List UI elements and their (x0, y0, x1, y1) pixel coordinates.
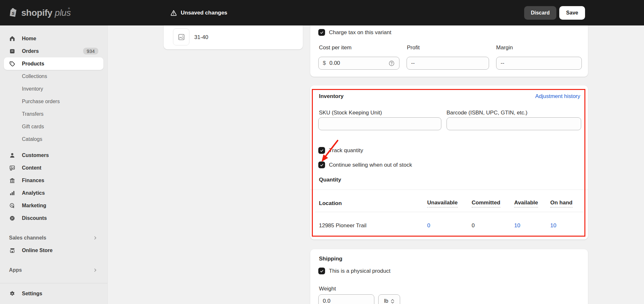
products-icon (9, 61, 15, 67)
sidebar-item-label: Analytics (22, 190, 45, 196)
sidebar-item-label: Collections (22, 74, 47, 79)
orders-count-badge: 934 (83, 48, 98, 54)
margin-input[interactable]: -- (496, 57, 582, 70)
available-value-link[interactable]: 10 (514, 222, 550, 229)
column-header-available[interactable]: Available (514, 200, 550, 208)
sidebar-item-finances[interactable]: Finances (4, 174, 103, 187)
sidebar-item-label: Inventory (22, 86, 43, 92)
sidebar-item-label: Marketing (22, 203, 46, 209)
divider (310, 190, 588, 190)
quantity-subheading: Quantity (319, 177, 341, 183)
weight-unit-select[interactable]: lb (378, 294, 400, 304)
sidebar-item-transfers[interactable]: Transfers (4, 108, 103, 120)
sidebar-item-content[interactable]: Content (4, 162, 103, 174)
continue-selling-checkbox-row[interactable]: Continue selling when out of stock (318, 162, 412, 168)
inventory-card: Inventory Adjustment history SKU (Stock … (310, 85, 588, 240)
sidebar-item-inventory[interactable]: Inventory (4, 83, 103, 95)
column-header-location: Location (319, 200, 427, 207)
sidebar-item-label: Gift cards (22, 124, 44, 130)
pricing-card: Charge tax on this variant Cost per item… (310, 25, 588, 77)
charge-tax-checkbox-row[interactable]: Charge tax on this variant (318, 29, 391, 36)
sidebar-item-catalogs[interactable]: Catalogs (4, 133, 103, 145)
logo-text: shopify (21, 8, 52, 18)
variant-image-placeholder[interactable] (173, 28, 189, 45)
marketing-icon (9, 202, 15, 209)
charge-tax-label: Charge tax on this variant (329, 29, 391, 36)
sidebar-section-apps[interactable]: Apps (4, 264, 103, 276)
cost-per-item-input[interactable]: $ 0.00 (318, 57, 399, 70)
sidebar-item-label: Transfers (22, 111, 43, 117)
topbar: S shopify plus+ Unsaved changes Discard … (0, 0, 644, 25)
unsaved-changes-label: Unsaved changes (181, 10, 227, 16)
variant-card: 31-40 (164, 25, 303, 49)
sidebar-item-online-store[interactable]: Online Store (4, 244, 103, 257)
quantity-table-header-row: Location Unavailable Committed Available… (310, 198, 588, 209)
weight-input[interactable]: 0.0 (318, 294, 374, 304)
profit-input[interactable]: -- (407, 57, 489, 70)
sidebar-item-label: Content (22, 165, 41, 171)
sku-input[interactable] (318, 117, 441, 130)
topbar-actions: Discard Save (524, 6, 585, 20)
sidebar-item-home[interactable]: Home (4, 32, 103, 45)
on-hand-value-link[interactable]: 10 (550, 222, 580, 229)
track-quantity-checkbox-row[interactable]: Track quantity (318, 147, 363, 154)
weight-unit-value: lb (384, 298, 388, 304)
gear-icon (9, 290, 15, 297)
column-header-committed[interactable]: Committed (472, 200, 514, 208)
sidebar: Home Orders 934 Products Collection (0, 25, 108, 304)
sidebar-item-discounts[interactable]: Discounts (4, 212, 103, 224)
barcode-input[interactable] (447, 117, 581, 130)
sidebar-item-label: Catalogs (22, 136, 42, 142)
save-button[interactable]: Save (559, 6, 585, 20)
help-question-icon[interactable] (388, 60, 395, 67)
physical-product-label: This is a physical product (329, 268, 390, 274)
apps-label: Apps (9, 267, 22, 273)
checkbox-checked-icon[interactable] (318, 268, 325, 274)
column-header-unavailable[interactable]: Unavailable (427, 200, 472, 208)
sidebar-item-customers[interactable]: Customers (4, 149, 103, 162)
shopify-bag-icon: S (8, 7, 19, 19)
analytics-icon (9, 190, 15, 196)
quantity-table-row: 12985 Pioneer Trail 0 0 10 10 (310, 219, 588, 233)
sidebar-item-marketing[interactable]: Marketing (4, 199, 103, 212)
profit-value: -- (411, 60, 415, 66)
discard-button[interactable]: Discard (524, 6, 556, 20)
chevron-right-icon (92, 235, 98, 241)
sales-channels-label: Sales channels (9, 235, 46, 241)
sidebar-item-label: Purchase orders (22, 99, 60, 104)
weight-label: Weight (319, 286, 336, 292)
sidebar-item-label: Online Store (22, 248, 53, 253)
checkbox-checked-icon[interactable] (318, 147, 325, 154)
sidebar-section-sales-channels[interactable]: Sales channels (4, 231, 103, 244)
sidebar-item-label: Home (22, 36, 36, 42)
unavailable-value-link[interactable]: 0 (427, 222, 472, 229)
sidebar-item-products[interactable]: Products (4, 57, 103, 70)
select-caret-icons (391, 299, 394, 304)
track-quantity-label: Track quantity (329, 147, 363, 154)
cost-per-item-label: Cost per item (319, 44, 351, 51)
content-icon (9, 165, 15, 171)
sidebar-item-settings[interactable]: Settings (4, 288, 103, 300)
finances-icon (9, 177, 15, 184)
sidebar-item-orders[interactable]: Orders 934 (4, 45, 103, 57)
home-icon (9, 35, 15, 42)
sidebar-item-analytics[interactable]: Analytics (4, 187, 103, 199)
shopify-plus-logo[interactable]: S shopify plus+ (8, 0, 71, 25)
sidebar-item-purchase-orders[interactable]: Purchase orders (4, 95, 103, 108)
sidebar-nav-list: Home Orders 934 Products Collection (0, 25, 107, 276)
sidebar-item-collections[interactable]: Collections (4, 70, 103, 83)
column-header-on-hand[interactable]: On hand (550, 200, 580, 208)
svg-text:S: S (12, 11, 14, 16)
margin-label: Margin (496, 44, 513, 51)
currency-prefix: $ (323, 60, 326, 66)
physical-product-checkbox-row[interactable]: This is a physical product (318, 268, 390, 274)
sidebar-footer: Settings (0, 283, 107, 304)
orders-icon (9, 48, 15, 54)
adjustment-history-link[interactable]: Adjustment history (535, 93, 580, 100)
checkbox-checked-icon[interactable] (318, 162, 325, 168)
chevron-right-icon (92, 267, 98, 273)
sidebar-item-gift-cards[interactable]: Gift cards (4, 120, 103, 133)
checkbox-checked-icon[interactable] (318, 29, 325, 36)
weight-value: 0.0 (323, 298, 331, 304)
shipping-card: Shipping This is a physical product Weig… (310, 249, 588, 304)
